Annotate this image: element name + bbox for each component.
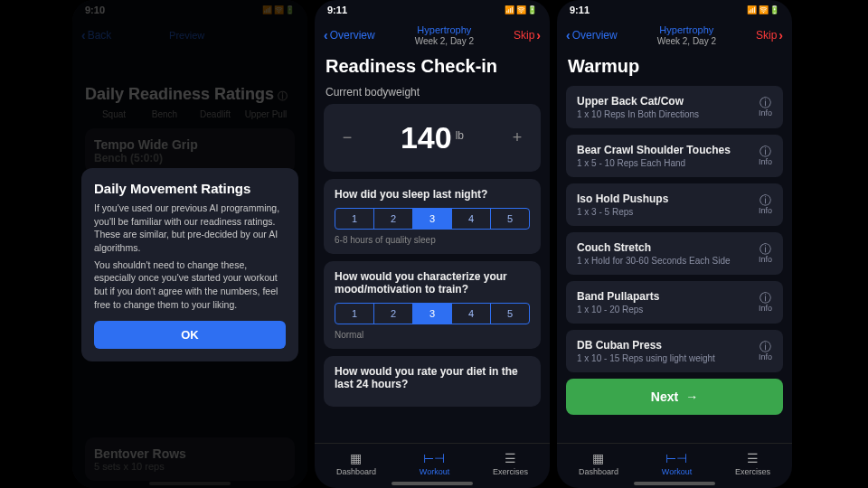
modal-title: Daily Movement Ratings [94,181,286,196]
status-icons: 📶 🛜 🔋 [747,5,779,14]
info-button[interactable]: ⓘInfo [759,243,772,264]
question-sleep: How did you sleep last night? 1 2 3 4 5 … [324,179,541,254]
tab-exercises[interactable]: ☰Exercises [493,451,528,476]
segment-mood[interactable]: 1 2 3 4 5 [335,303,530,324]
modal-body: If you've used our previous AI programmi… [94,202,286,255]
status-bar: 9:11 📶 🛜 🔋 [315,0,550,20]
home-indicator [149,482,231,485]
screen-movement-ratings: 9:10 📶 🛜 🔋 ‹Back Preview Daily Readiness… [72,0,307,488]
clock: 9:11 [570,5,590,15]
tab-workout[interactable]: ⊢⊣Workout [420,451,449,476]
seg-opt[interactable]: 4 [452,304,491,324]
home-indicator [634,482,715,485]
top-nav: ‹Overview Hypertrophy Week 2, Day 2 Skip… [315,20,550,51]
exercise-name: Upper Back Cat/Cow [577,95,699,108]
info-icon: ⓘ [759,194,772,206]
info-button[interactable]: ⓘInfo [759,145,772,166]
barbell-icon: ⊢⊣ [423,451,445,465]
skip-button[interactable]: Skip› [514,28,541,42]
exercise-name: DB Cuban Press [577,339,715,352]
page-title: Warmup [568,56,783,77]
clock: 9:11 [327,5,347,15]
tab-exercises[interactable]: ☰Exercises [735,451,770,476]
back-button[interactable]: ‹Back [81,28,111,42]
exercise-row[interactable]: Band Pullaparts1 x 10 - 20 RepsⓘInfo [566,281,783,324]
bodyweight-value[interactable]: 140lb [401,120,464,155]
seg-opt[interactable]: 3 [413,304,452,324]
info-modal: Daily Movement Ratings If you've used ou… [81,168,298,361]
segment-sleep[interactable]: 1 2 3 4 5 [335,208,530,230]
status-bar: 9:11 📶 🛜 🔋 [557,0,792,20]
barbell-icon: ⊢⊣ [665,451,687,465]
seg-opt[interactable]: 5 [491,304,529,324]
exercise-detail: 1 x 10 - 15 Reps using light weight [577,353,715,363]
seg-opt[interactable]: 4 [452,209,491,229]
exercise-name: Iso Hold Pushups [577,192,668,205]
grid-icon: ▦ [592,451,604,465]
exercise-row[interactable]: Couch Stretch1 x Hold for 30-60 Seconds … [566,232,783,275]
minus-button[interactable]: − [335,126,360,151]
chevron-left-icon: ‹ [324,28,328,42]
exercise-row[interactable]: Upper Back Cat/Cow1 x 10 Reps In Both Di… [566,86,783,128]
grid-icon: ▦ [350,451,362,465]
chevron-right-icon: › [778,28,783,42]
plus-button[interactable]: + [505,126,530,151]
exercise-row[interactable]: DB Cuban Press1 x 10 - 15 Reps using lig… [566,330,783,372]
skip-button[interactable]: Skip› [756,28,783,42]
top-nav: ‹Back Preview [72,20,307,51]
session-name: Week 2, Day 2 [415,36,474,46]
exercise-card[interactable]: Bentover Rows 5 sets x 10 reps [85,437,295,481]
info-icon: ⓘ [759,243,772,255]
arrow-right-icon: → [685,389,698,404]
exercise-detail: 1 x 10 Reps In Both Directions [577,109,699,119]
exercise-detail: 1 x 10 - 20 Reps [577,305,659,314]
question-mood: How would you characterize your mood/mot… [324,261,541,349]
program-name: Hypertrophy [657,24,716,35]
overview-button[interactable]: ‹Overview [566,28,618,42]
seg-opt[interactable]: 1 [335,304,374,324]
exercise-detail: 1 x 5 - 10 Reps Each Hand [577,158,731,168]
hint: Normal [335,330,530,340]
hint: 6-8 hours of quality sleep [335,235,530,245]
exercise-row[interactable]: Iso Hold Pushups1 x 3 - 5 RepsⓘInfo [566,183,783,226]
status-icons: 📶 🛜 🔋 [505,5,537,14]
info-button[interactable]: ⓘInfo [759,194,772,215]
exercise-name: Couch Stretch [577,241,731,254]
ok-button[interactable]: OK [94,321,286,349]
nav-title: Preview [169,30,204,41]
home-indicator [392,482,473,485]
info-icon: ⓘ [759,97,772,108]
info-button[interactable]: ⓘInfo [759,341,772,361]
info-button[interactable]: ⓘInfo [759,97,772,117]
exercise-card[interactable]: Tempo Wide Grip Bench (5:0:0) [85,128,295,174]
seg-opt[interactable]: 1 [335,209,374,229]
list-icon: ☰ [747,451,759,465]
status-bar: 9:10 📶 🛜 🔋 [72,0,307,20]
list-icon: ☰ [505,451,516,465]
page-title: Daily Readiness Ratingsⓘ [85,85,295,104]
exercise-row[interactable]: Bear Crawl Shoulder Touches1 x 5 - 10 Re… [566,135,783,177]
seg-opt[interactable]: 2 [374,209,413,229]
seg-opt[interactable]: 3 [413,209,452,229]
overview-button[interactable]: ‹Overview [324,28,375,42]
seg-opt[interactable]: 5 [491,209,529,229]
question-diet: How would you rate your diet in the last… [324,356,541,407]
tab-workout[interactable]: ⊢⊣Workout [662,451,692,476]
status-icons: 📶 🛜 🔋 [262,5,295,14]
info-icon: ⓘ [759,145,772,157]
screen-readiness-checkin: 9:11 📶 🛜 🔋 ‹Overview Hypertrophy Week 2,… [315,0,550,488]
bodyweight-card: − 140lb + [324,104,541,172]
tab-dashboard[interactable]: ▦Dashboard [579,451,618,476]
page-title: Readiness Check-in [326,56,541,77]
chevron-left-icon: ‹ [566,28,571,42]
info-icon: ⓘ [759,292,772,304]
info-icon[interactable]: ⓘ [278,90,288,101]
next-button[interactable]: Next→ [566,379,783,415]
info-button[interactable]: ⓘInfo [759,292,772,313]
tab-dashboard[interactable]: ▦Dashboard [336,451,376,476]
clock: 9:10 [85,5,105,15]
seg-opt[interactable]: 2 [374,304,413,324]
chevron-right-icon: › [536,28,541,42]
ratings-columns: SquatBenchDeadliftUpper Pull [85,109,295,128]
session-name: Week 2, Day 2 [657,36,716,46]
